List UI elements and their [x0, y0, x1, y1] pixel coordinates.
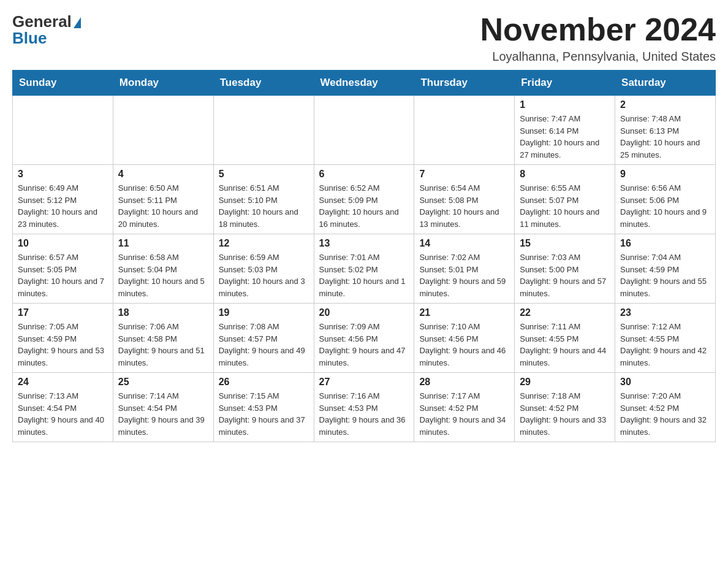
table-row: 17Sunrise: 7:05 AMSunset: 4:59 PMDayligh… [13, 304, 113, 373]
day-number: 10 [18, 238, 108, 249]
day-info-line: Sunset: 5:05 PM [18, 265, 77, 274]
day-info-line: Sunset: 4:55 PM [620, 334, 679, 343]
day-info-line: Daylight: 10 hours and 5 minutes. [118, 277, 205, 298]
day-info-line: Sunrise: 7:20 AM [620, 391, 681, 400]
day-info: Sunrise: 7:15 AMSunset: 4:53 PMDaylight:… [219, 390, 309, 438]
day-number: 4 [118, 169, 208, 180]
day-info: Sunrise: 6:59 AMSunset: 5:03 PMDaylight:… [219, 251, 309, 299]
day-info-line: Sunrise: 7:18 AM [520, 391, 580, 400]
col-tuesday: Tuesday [213, 71, 314, 96]
day-info: Sunrise: 7:09 AMSunset: 4:56 PMDaylight:… [319, 321, 409, 369]
day-number: 8 [520, 169, 610, 180]
day-info: Sunrise: 7:11 AMSunset: 4:55 PMDaylight:… [520, 321, 610, 369]
day-info-line: Sunrise: 6:57 AM [18, 253, 78, 262]
day-number: 13 [319, 238, 409, 249]
day-number: 26 [219, 377, 309, 388]
day-info-line: Sunset: 5:12 PM [18, 196, 77, 205]
day-number: 5 [219, 169, 309, 180]
logo: General Blue [12, 12, 81, 48]
table-row: 9Sunrise: 6:56 AMSunset: 5:06 PMDaylight… [615, 165, 716, 234]
day-info-line: Sunset: 6:14 PM [520, 126, 578, 136]
calendar-table: Sunday Monday Tuesday Wednesday Thursday… [12, 70, 716, 442]
day-info-line: Daylight: 9 hours and 55 minutes. [620, 277, 707, 298]
logo-blue-text: Blue [12, 29, 47, 48]
day-info-line: Daylight: 9 hours and 57 minutes. [520, 277, 606, 298]
table-row: 25Sunrise: 7:14 AMSunset: 4:54 PMDayligh… [113, 373, 213, 442]
day-number: 30 [620, 377, 710, 388]
day-info: Sunrise: 7:20 AMSunset: 4:52 PMDaylight:… [620, 390, 710, 438]
table-row: 26Sunrise: 7:15 AMSunset: 4:53 PMDayligh… [213, 373, 314, 442]
page-header: General Blue November 2024 Loyalhanna, P… [12, 12, 716, 64]
location-text: Loyalhanna, Pennsylvania, United States [480, 50, 716, 64]
day-number: 2 [620, 99, 710, 110]
day-info-line: Sunrise: 7:17 AM [419, 391, 480, 400]
day-info: Sunrise: 7:06 AMSunset: 4:58 PMDaylight:… [118, 321, 208, 369]
day-info: Sunrise: 7:05 AMSunset: 4:59 PMDaylight:… [18, 321, 108, 369]
day-info-line: Sunset: 5:03 PM [219, 265, 278, 274]
calendar-week-row: 17Sunrise: 7:05 AMSunset: 4:59 PMDayligh… [13, 304, 716, 373]
table-row: 15Sunrise: 7:03 AMSunset: 5:00 PMDayligh… [515, 234, 615, 304]
day-info-line: Sunrise: 6:52 AM [319, 183, 380, 193]
day-info: Sunrise: 7:01 AMSunset: 5:02 PMDaylight:… [319, 251, 409, 299]
day-info-line: Daylight: 10 hours and 3 minutes. [219, 277, 305, 298]
day-info-line: Sunrise: 7:13 AM [18, 391, 78, 400]
day-number: 23 [620, 307, 710, 318]
table-row [314, 96, 414, 165]
day-info-line: Sunrise: 6:50 AM [118, 183, 179, 193]
table-row: 28Sunrise: 7:17 AMSunset: 4:52 PMDayligh… [414, 373, 515, 442]
day-number: 3 [18, 169, 108, 180]
day-info: Sunrise: 7:47 AMSunset: 6:14 PMDaylight:… [520, 113, 610, 161]
day-info-line: Sunrise: 6:49 AM [18, 183, 78, 193]
logo-triangle-icon [74, 17, 81, 28]
table-row: 3Sunrise: 6:49 AMSunset: 5:12 PMDaylight… [13, 165, 113, 234]
table-row: 13Sunrise: 7:01 AMSunset: 5:02 PMDayligh… [314, 234, 414, 304]
day-info-line: Sunset: 5:10 PM [219, 196, 278, 205]
day-info-line: Daylight: 9 hours and 33 minutes. [520, 415, 606, 437]
table-row: 11Sunrise: 6:58 AMSunset: 5:04 PMDayligh… [113, 234, 213, 304]
table-row: 20Sunrise: 7:09 AMSunset: 4:56 PMDayligh… [314, 304, 414, 373]
table-row: 7Sunrise: 6:54 AMSunset: 5:08 PMDaylight… [414, 165, 515, 234]
day-info-line: Sunrise: 7:47 AM [520, 114, 580, 123]
day-info: Sunrise: 7:10 AMSunset: 4:56 PMDaylight:… [419, 321, 509, 369]
table-row [13, 96, 113, 165]
table-row: 23Sunrise: 7:12 AMSunset: 4:55 PMDayligh… [615, 304, 716, 373]
month-title: November 2024 [480, 12, 716, 47]
day-info-line: Sunrise: 6:59 AM [219, 253, 279, 262]
day-info-line: Daylight: 10 hours and 27 minutes. [520, 138, 599, 159]
day-info-line: Daylight: 9 hours and 32 minutes. [620, 415, 707, 437]
table-row: 12Sunrise: 6:59 AMSunset: 5:03 PMDayligh… [213, 234, 314, 304]
day-info: Sunrise: 6:52 AMSunset: 5:09 PMDaylight:… [319, 182, 409, 230]
day-info: Sunrise: 6:54 AMSunset: 5:08 PMDaylight:… [419, 182, 509, 230]
day-info-line: Sunrise: 7:01 AM [319, 253, 380, 262]
day-info-line: Sunrise: 7:02 AM [419, 253, 480, 262]
day-info-line: Daylight: 10 hours and 1 minute. [319, 277, 406, 298]
day-info: Sunrise: 6:56 AMSunset: 5:06 PMDaylight:… [620, 182, 710, 230]
day-info-line: Sunset: 5:11 PM [118, 196, 177, 205]
table-row: 21Sunrise: 7:10 AMSunset: 4:56 PMDayligh… [414, 304, 515, 373]
day-info-line: Daylight: 10 hours and 9 minutes. [620, 207, 707, 229]
col-wednesday: Wednesday [314, 71, 414, 96]
day-number: 17 [18, 307, 108, 318]
day-number: 21 [419, 307, 509, 318]
table-row: 18Sunrise: 7:06 AMSunset: 4:58 PMDayligh… [113, 304, 213, 373]
col-saturday: Saturday [615, 71, 716, 96]
day-info-line: Sunrise: 6:55 AM [520, 183, 580, 193]
day-number: 1 [520, 99, 610, 110]
day-info: Sunrise: 7:04 AMSunset: 4:59 PMDaylight:… [620, 251, 710, 299]
col-friday: Friday [515, 71, 615, 96]
day-info-line: Sunset: 5:02 PM [319, 265, 378, 274]
day-info-line: Daylight: 9 hours and 37 minutes. [219, 415, 305, 437]
day-info-line: Sunrise: 6:58 AM [118, 253, 179, 262]
day-info: Sunrise: 7:08 AMSunset: 4:57 PMDaylight:… [219, 321, 309, 369]
calendar-week-row: 3Sunrise: 6:49 AMSunset: 5:12 PMDaylight… [13, 165, 716, 234]
day-info-line: Daylight: 9 hours and 59 minutes. [419, 277, 506, 298]
day-number: 14 [419, 238, 509, 249]
day-info-line: Sunrise: 7:11 AM [520, 322, 580, 331]
day-info: Sunrise: 6:49 AMSunset: 5:12 PMDaylight:… [18, 182, 108, 230]
table-row: 1Sunrise: 7:47 AMSunset: 6:14 PMDaylight… [515, 96, 615, 165]
day-info-line: Sunset: 5:07 PM [520, 196, 578, 205]
day-info-line: Sunset: 4:56 PM [419, 334, 478, 343]
calendar-week-row: 24Sunrise: 7:13 AMSunset: 4:54 PMDayligh… [13, 373, 716, 442]
day-info-line: Daylight: 9 hours and 47 minutes. [319, 346, 406, 367]
day-info-line: Sunset: 4:54 PM [18, 404, 77, 413]
